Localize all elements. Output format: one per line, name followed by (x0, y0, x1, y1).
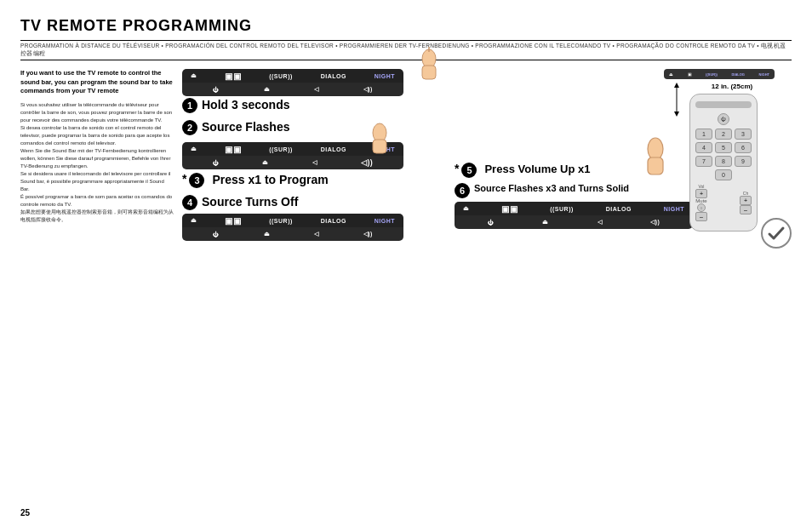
sb2-input-icon: ⏏ (191, 146, 197, 152)
sb1-mute: ◁)) (363, 86, 373, 93)
step5-circle: 5 (461, 163, 477, 178)
sb3-speaker-icon: ▣▣ (225, 216, 241, 226)
sb3-src: ⏏ (264, 231, 271, 237)
remote-power-btn: ⏻ (718, 113, 729, 125)
step1-circle: 1 (182, 98, 197, 113)
step2-label: 2 Source Flashes (182, 120, 446, 135)
sb4-speaker-icon: ▣▣ (501, 204, 518, 214)
sb2-power: ⏻ (213, 160, 220, 166)
remote-ch-down: – (740, 205, 752, 214)
sb3-mute: ◁)) (363, 231, 373, 237)
sb4-power: ⏻ (488, 220, 495, 226)
svg-point-8 (648, 138, 663, 160)
sb4-input-icon: ⏏ (463, 205, 470, 212)
remote-btn-5: 5 (715, 142, 732, 153)
sb4-sur-label: ((SUR)) (550, 206, 574, 212)
sb4-mute: ◁)) (650, 219, 660, 226)
step1-text: Hold 3 seconds (202, 98, 289, 111)
sb1-night-label: NIGHT (375, 73, 395, 79)
remote-btn-4: 4 (695, 142, 712, 153)
svg-marker-6 (674, 83, 679, 88)
intro-bold-text: If you want to use the TV remote to cont… (20, 69, 174, 96)
sb3-dialog-label: DIALOG (321, 218, 346, 224)
step5-label: * 5 Press Volume Up x1 (455, 163, 792, 178)
sb1-vd: ◁ (314, 86, 319, 93)
step3-asterisk: * (182, 173, 186, 185)
step5-block: * 5 Press Volume Up x1 (455, 163, 792, 178)
sb3-night-label: NIGHT (375, 218, 395, 224)
sb3-input-icon: ⏏ (191, 217, 197, 224)
step3-label: * 3 Press x1 to Program (182, 173, 446, 188)
step4-circle: 4 (182, 195, 197, 210)
page-title: TV REMOTE PROGRAMMING (20, 17, 792, 35)
page: { "title": "TV REMOTE PROGRAMMING", "sub… (0, 0, 812, 526)
step6-circle: 6 (455, 183, 470, 198)
intro-small-text: Si vous souhaitez utiliser la télécomman… (20, 101, 174, 224)
sb3-sur-label: ((SUR)) (269, 218, 293, 224)
sb1-input-icon: ⏏ (191, 72, 197, 79)
sb2-sur-label: ((SUR)) (269, 146, 293, 152)
step4-label: 4 Source Turns Off (182, 195, 446, 210)
remote-btn-2: 2 (715, 129, 732, 140)
sb1-dialog-label: DIALOG (321, 73, 346, 79)
page-number: 25 (20, 508, 30, 517)
remote-ch-rocker: + – (740, 196, 752, 214)
step6-text: Source Flashes x3 and Turns Solid (474, 183, 629, 193)
sb1-src: ⏏ (264, 86, 271, 93)
sb1-sur-label: ((SUR)) (269, 73, 293, 79)
sb4-dialog-label: DIALOG (606, 206, 632, 212)
sb2-mute: ◁)) (361, 158, 374, 167)
main-content: If you want to use the TV remote to cont… (20, 69, 792, 248)
sb2-dialog-label: DIALOG (321, 146, 346, 152)
svg-marker-7 (674, 111, 679, 117)
step5-text: Press Volume Up x1 (484, 163, 590, 175)
dimension-area: 12 in. (25cm) (664, 83, 783, 90)
svg-rect-1 (422, 66, 436, 79)
sb2-vd: ◁ (312, 159, 317, 166)
center-column: ⏏ ▣▣ ((SUR)) DIALOG NIGHT ⏻ ⏏ ◁ ◁)) (182, 69, 446, 248)
remote-btn-3: 3 (735, 129, 752, 140)
sb1-power: ⏻ (213, 87, 220, 93)
step2-circle: 2 (182, 120, 197, 135)
remote-vol-down: – (695, 212, 707, 221)
step6-label: 6 Source Flashes x3 and Turns Solid (455, 183, 792, 198)
left-column: If you want to use the TV remote to cont… (20, 69, 182, 248)
remote-power-row: ⏻ (695, 113, 752, 125)
sb2-speaker-icon: ▣▣ (225, 145, 241, 154)
finger2-area (365, 117, 395, 159)
remote-btn-1: 1 (695, 129, 712, 140)
sb1-speaker-icon: ▣▣ (225, 71, 241, 81)
dimension-label: 12 in. (25cm) (681, 83, 783, 90)
checkmark-badge (761, 218, 792, 249)
sb4-src: ⏏ (542, 219, 549, 226)
sb4-vd: ◁ (598, 219, 603, 226)
finger1-area (415, 43, 444, 85)
dimension-arrow (668, 83, 685, 117)
checkmark-icon (766, 223, 786, 243)
step5-asterisk: * (455, 163, 459, 174)
step1-label: 1 Hold 3 seconds (182, 98, 446, 113)
finger2-svg (365, 117, 395, 156)
remote-mute-btn: ○ (697, 203, 706, 212)
remote-btn-6: 6 (735, 142, 752, 153)
tv-remote-illustration: ⏏ ▣ ((SUR)) DIALOG NIGHT 12 in. (25cm) (664, 69, 783, 232)
sb2-src: ⏏ (262, 159, 269, 166)
remote-top-bar (695, 101, 752, 108)
step2-text: Source Flashes (202, 120, 290, 134)
step4-text: Source Turns Off (202, 195, 298, 209)
step3-circle: 3 (189, 173, 204, 188)
step1-block: ⏏ ▣▣ ((SUR)) DIALOG NIGHT ⏻ ⏏ ◁ ◁)) (182, 69, 446, 113)
sb3-power: ⏻ (213, 232, 220, 237)
subtitle-bar: PROGRAMMATION À DISTANCE DU TÉLÉVISEUR •… (20, 40, 792, 60)
svg-rect-4 (373, 140, 386, 153)
step4-block: 4 Source Turns Off ⏏ ▣▣ ((SUR)) DIALOG N… (182, 195, 446, 241)
step3-text: Press x1 to Program (212, 173, 328, 186)
step2-block: 2 Source Flashes (182, 120, 446, 135)
sb3-vd: ◁ (314, 231, 319, 237)
right-column: ⏏ ▣ ((SUR)) DIALOG NIGHT 12 in. (25cm) (446, 69, 792, 248)
finger1-svg (415, 43, 444, 82)
